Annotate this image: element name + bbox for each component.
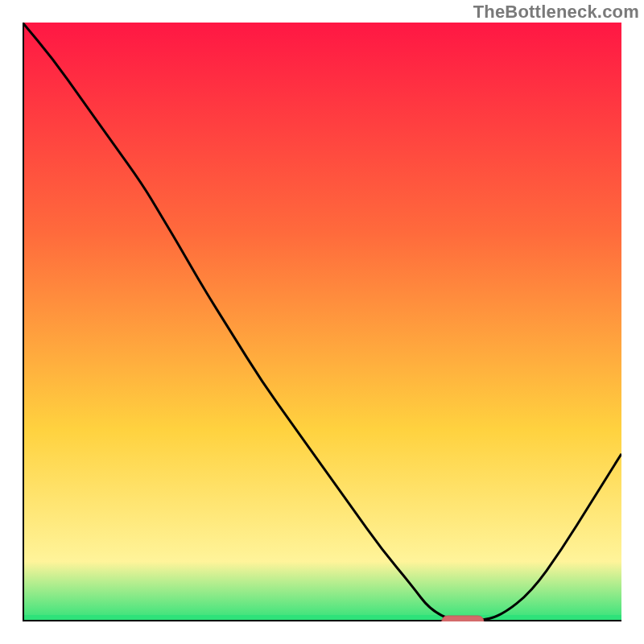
optimal-marker (442, 616, 484, 621)
watermark-text: TheBottleneck.com (473, 2, 639, 23)
bottleneck-chart (23, 23, 621, 621)
heat-background (23, 23, 621, 621)
chart-svg (23, 23, 621, 621)
